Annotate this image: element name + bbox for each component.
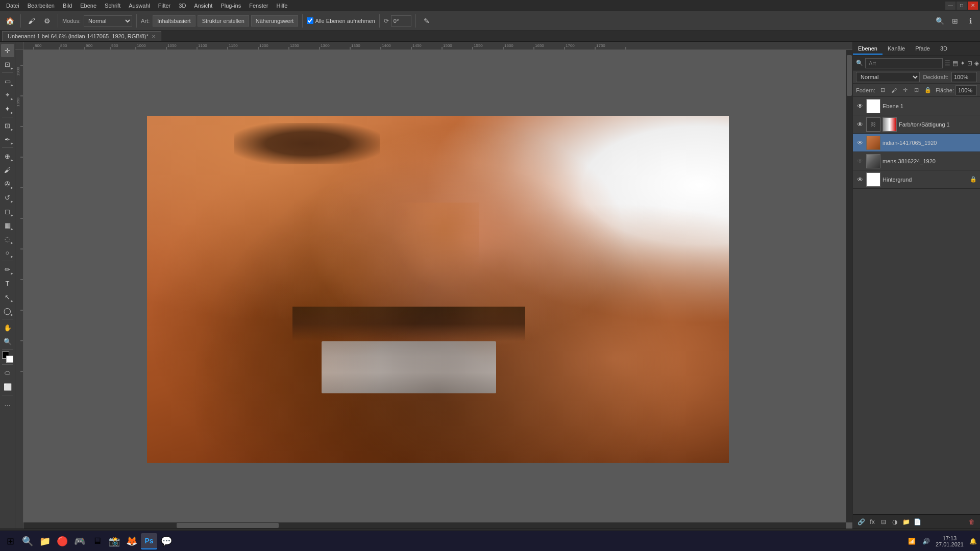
tab-3d[interactable]: 3D (935, 43, 952, 55)
type-tool[interactable]: T (1, 277, 14, 290)
horizontal-scrollbar-thumb[interactable] (177, 523, 279, 528)
menu-ansicht[interactable]: Ansicht (190, 2, 216, 10)
tab-pfade[interactable]: Pfade (910, 43, 935, 55)
zoom-tool[interactable]: 🔍 (1, 335, 14, 348)
new-adjustment-button[interactable]: ◑ (890, 517, 900, 527)
layers-blend-mode-select[interactable]: Normal Aufhellen Multiplizieren Abdunkel… (856, 72, 920, 82)
taskbar-start-button[interactable]: ⊞ (2, 533, 18, 549)
menu-schrift[interactable]: Schrift (101, 2, 125, 10)
all-layers-checkbox-label[interactable]: Alle Ebenen aufnehmen (307, 17, 375, 24)
home-button[interactable]: 🏠 (3, 14, 16, 28)
all-layers-checkbox[interactable] (307, 17, 313, 24)
taskbar-sound-button[interactable]: 🔊 (921, 536, 932, 546)
blur-tool[interactable]: ◌▶ (1, 232, 14, 245)
layer-visibility-sattigung[interactable]: 👁 (856, 120, 864, 129)
menu-filter[interactable]: Filter (154, 2, 175, 10)
path-selection-tool[interactable]: ↖▶ (1, 290, 14, 304)
filter-kind-button[interactable]: ☰ (945, 58, 950, 68)
layer-visibility-ebene1[interactable]: 👁 (856, 102, 864, 110)
layers-search-input[interactable] (865, 58, 943, 68)
lock-pixels-button[interactable]: 🖌 (890, 86, 899, 95)
taskbar-network-button[interactable]: 📶 (907, 536, 917, 546)
canvas-container[interactable] (23, 50, 852, 529)
tab-close-button[interactable]: ✕ (152, 34, 156, 39)
filter-mode-button[interactable]: ⊡ (967, 58, 972, 68)
menu-auswahl[interactable]: Auswahl (125, 2, 154, 10)
document-tab[interactable]: Unbenannt-1 bei 64,6% (indian-1417065_19… (2, 31, 161, 41)
foreground-background-colors[interactable] (2, 352, 13, 363)
crop-tool[interactable]: ⊡▶ (1, 119, 14, 132)
horizontal-scrollbar[interactable] (23, 522, 846, 529)
marquee-tool[interactable]: ▭▶ (1, 74, 14, 88)
shape-tool[interactable]: ◯▶ (1, 304, 14, 317)
layer-item-mens[interactable]: 👁 mens-3816224_1920 (853, 152, 980, 170)
eyedropper-tool[interactable]: ✒▶ (1, 133, 14, 146)
blend-mode-select[interactable]: Normal Aufhellen Abdunkeln Multipliziere… (84, 15, 132, 27)
close-button[interactable]: ✕ (968, 2, 978, 10)
taskbar-app2-button[interactable]: 🎮 (71, 533, 88, 549)
lock-all-button[interactable]: 🔒 (923, 86, 933, 95)
taskbar-search-button[interactable]: 🔍 (19, 533, 36, 549)
info-button[interactable]: ℹ (964, 14, 977, 28)
maximize-button[interactable]: □ (957, 2, 967, 10)
vertical-scrollbar-thumb[interactable] (847, 55, 852, 96)
lock-artboard-button[interactable]: ⊡ (912, 86, 921, 95)
layer-visibility-mens[interactable]: 👁 (856, 157, 864, 165)
eraser-tool[interactable]: ◻▶ (1, 205, 14, 218)
layer-visibility-hintergrund[interactable]: 👁 (856, 176, 864, 184)
spot-heal-tool[interactable]: ⊕▶ (1, 149, 14, 163)
new-group-button[interactable]: 📁 (901, 517, 911, 527)
filter-effect-button[interactable]: ✦ (960, 58, 965, 68)
opacity-input[interactable] (951, 72, 977, 82)
add-mask-button[interactable]: ⊟ (878, 517, 889, 527)
filter-name-button[interactable]: ▤ (952, 58, 958, 68)
hand-tool[interactable]: ✋ (1, 321, 14, 334)
delete-layer-button[interactable]: 🗑 (967, 517, 977, 527)
arrange-button[interactable]: ⊞ (948, 14, 962, 28)
clone-tool[interactable]: ✇▶ (1, 177, 14, 190)
brush-tool[interactable]: 🖌 (1, 163, 14, 177)
layer-item-hintergrund[interactable]: 👁 Hintergrund 🔒 (853, 170, 980, 189)
taskbar-explorer-button[interactable]: 📁 (37, 533, 53, 549)
taskbar-notification-button[interactable]: 🔔 (968, 536, 978, 546)
pen-tool[interactable]: ✏▶ (1, 263, 14, 276)
search-button[interactable]: 🔍 (933, 14, 946, 28)
canvas-document[interactable] (147, 116, 729, 463)
taskbar-app5-button[interactable]: 💬 (158, 533, 175, 549)
taskbar-photoshop-button[interactable]: Ps (141, 533, 157, 549)
taskbar-firefox-button[interactable]: 🦊 (124, 533, 140, 549)
menu-bearbeiten[interactable]: Bearbeiten (23, 2, 59, 10)
menu-datei[interactable]: Datei (2, 2, 23, 10)
tab-ebenen[interactable]: Ebenen (853, 43, 883, 55)
struktur-button[interactable]: Struktur erstellen (198, 15, 249, 27)
new-layer-button[interactable]: 📄 (912, 517, 922, 527)
vertical-scrollbar[interactable] (846, 50, 852, 522)
tab-kanale[interactable]: Kanäle (883, 43, 910, 55)
taskbar-clock[interactable]: 17:13 27.01.2021 (936, 535, 964, 547)
layer-item-indian[interactable]: 👁 indian-1417065_1920 (853, 134, 980, 152)
menu-hilfe[interactable]: Hilfe (272, 2, 291, 10)
lock-transparent-button[interactable]: ⊟ (878, 86, 888, 95)
angle-input[interactable] (391, 15, 411, 27)
menu-fenster[interactable]: Fenster (245, 2, 272, 10)
tool-options-button[interactable]: ⚙ (40, 14, 54, 28)
link-layers-button[interactable]: 🔗 (856, 517, 866, 527)
taskbar-app3-button[interactable]: 🖥 (89, 533, 105, 549)
menu-3d[interactable]: 3D (175, 2, 190, 10)
naherungswert-button[interactable]: Näherungswert (251, 15, 299, 27)
taskbar-app4-button[interactable]: 📸 (106, 533, 122, 549)
dodge-tool[interactable]: ○▶ (1, 246, 14, 259)
minimize-button[interactable]: — (945, 2, 955, 10)
layer-item-ebene1[interactable]: 👁 Ebene 1 (853, 97, 980, 115)
layer-visibility-indian[interactable]: 👁 (856, 139, 864, 147)
magic-wand-tool[interactable]: ✦▶ (1, 102, 14, 115)
layer-item-sattigung[interactable]: 👁 ⛓ Farb/ton/Sättigung 1 (853, 115, 980, 134)
lock-position-button[interactable]: ✛ (901, 86, 910, 95)
taskbar-app1-button[interactable]: 🔴 (54, 533, 70, 549)
add-style-button[interactable]: fx (867, 517, 877, 527)
menu-ebene[interactable]: Ebene (76, 2, 101, 10)
screen-mode-button[interactable]: ⬜ (1, 380, 14, 393)
brush-tool-button[interactable]: 🖌 (25, 14, 38, 28)
history-brush-tool[interactable]: ↺▶ (1, 191, 14, 204)
heal-tool-button[interactable]: ✎ (420, 14, 433, 28)
